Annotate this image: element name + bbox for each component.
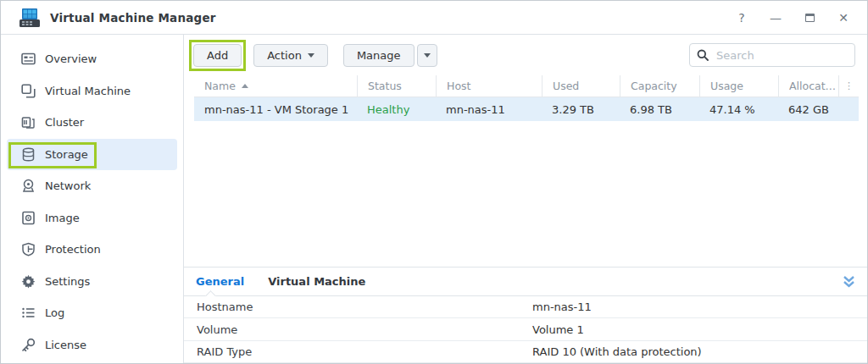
- detail-label: RAID Type: [197, 345, 532, 358]
- detail-value: RAID 10 (With data protection): [532, 345, 702, 358]
- storage-table: Name Status Host Used Capacity Usage All…: [194, 75, 859, 121]
- sidebar-item-log[interactable]: Log: [7, 297, 177, 329]
- table-empty-area: [184, 121, 867, 267]
- column-header-usage[interactable]: Usage: [699, 75, 778, 97]
- manage-dropdown-button[interactable]: [417, 44, 437, 67]
- column-header-name[interactable]: Name: [194, 75, 357, 97]
- close-icon[interactable]: ✕: [837, 11, 850, 25]
- column-header-used[interactable]: Used: [542, 75, 620, 97]
- sidebar-item-label: License: [45, 339, 86, 351]
- log-list-icon: [21, 306, 36, 320]
- add-annotation-box: Add: [189, 40, 246, 71]
- title-bar: Virtual Machine Manager ? — ✕: [1, 1, 867, 35]
- help-icon[interactable]: ?: [735, 11, 748, 25]
- detail-row-hostname: Hostname mn-nas-11: [184, 296, 867, 318]
- sidebar-item-label: Virtual Machine: [45, 85, 131, 97]
- table-row[interactable]: mn-nas-11 - VM Storage 1 Healthy mn-nas-…: [194, 97, 859, 121]
- detail-rows: Hostname mn-nas-11 Volume Volume 1 RAID …: [184, 296, 867, 363]
- detail-tab-bar: General Virtual Machine: [184, 267, 867, 296]
- app-title: Virtual Machine Manager: [50, 11, 216, 25]
- sort-ascending-icon: [242, 84, 248, 88]
- cell-status: Healthy: [357, 97, 436, 121]
- double-chevron-down-icon: [843, 275, 855, 289]
- sidebar-item-cluster[interactable]: Cluster: [7, 107, 177, 139]
- sidebar-item-overview[interactable]: Overview: [7, 43, 177, 75]
- search-box[interactable]: [689, 43, 855, 67]
- detail-row-raid-type: RAID Type RAID 10 (With data protection): [184, 341, 867, 363]
- table-header-row: Name Status Host Used Capacity Usage All…: [194, 75, 859, 97]
- sidebar: Overview Virtual Machine Cluster Storage…: [1, 35, 184, 363]
- vmm-window: Virtual Machine Manager ? — ✕ Overview V…: [0, 0, 868, 364]
- sidebar-item-settings[interactable]: Settings: [7, 266, 177, 298]
- column-header-capacity[interactable]: Capacity: [620, 75, 699, 97]
- virtual-machine-icon: [21, 84, 36, 98]
- toolbar: Add Action Manage: [184, 35, 867, 75]
- cell-used: 3.29 TB: [542, 97, 620, 121]
- image-icon: [21, 211, 36, 225]
- sidebar-item-label: Network: [45, 179, 91, 192]
- cell-usage: 47.14 %: [699, 97, 778, 121]
- cell-options: [838, 97, 859, 121]
- overview-icon: [21, 52, 36, 66]
- detail-value: mn-nas-11: [532, 301, 592, 313]
- chevron-down-icon: [308, 53, 314, 58]
- cluster-icon: [21, 115, 36, 130]
- content-area: Add Action Manage: [184, 35, 867, 363]
- sidebar-item-virtual-machine[interactable]: Virtual Machine: [7, 75, 177, 108]
- sidebar-item-label: Overview: [45, 52, 97, 65]
- search-icon: [697, 49, 709, 61]
- sidebar-item-protection[interactable]: Protection: [7, 234, 177, 266]
- sidebar-item-label: Settings: [45, 275, 90, 288]
- cell-capacity: 6.98 TB: [620, 97, 699, 121]
- sidebar-item-network[interactable]: Network: [7, 170, 177, 202]
- sidebar-item-image[interactable]: Image: [7, 202, 177, 234]
- protection-icon: [21, 242, 36, 256]
- collapse-panel-button[interactable]: [843, 275, 855, 289]
- maximize-icon[interactable]: [803, 11, 816, 25]
- tab-virtual-machine[interactable]: Virtual Machine: [268, 267, 365, 295]
- add-button[interactable]: Add: [193, 44, 242, 67]
- sidebar-item-label: Storage: [45, 148, 88, 161]
- cell-allocated: 642 GB: [778, 97, 838, 121]
- column-header-host[interactable]: Host: [436, 75, 542, 97]
- detail-label: Volume: [197, 323, 532, 336]
- detail-row-volume: Volume Volume 1: [184, 318, 867, 340]
- column-header-allocated[interactable]: Allocated...: [778, 75, 838, 97]
- cell-host: mn-nas-11: [436, 97, 542, 121]
- cell-name: mn-nas-11 - VM Storage 1: [194, 97, 357, 121]
- manage-button[interactable]: Manage: [343, 44, 415, 67]
- column-options-icon[interactable]: ⋮: [838, 75, 859, 97]
- tab-general[interactable]: General: [196, 267, 244, 295]
- license-key-icon: [21, 338, 36, 352]
- sidebar-item-license[interactable]: License: [7, 329, 177, 361]
- storage-icon: [21, 147, 36, 162]
- sidebar-item-storage[interactable]: Storage: [7, 139, 177, 171]
- column-header-status[interactable]: Status: [357, 75, 436, 97]
- network-icon: [21, 179, 36, 193]
- sidebar-item-label: Image: [45, 212, 80, 224]
- detail-value: Volume 1: [532, 323, 584, 336]
- action-button-label: Action: [267, 49, 302, 62]
- sidebar-item-label: Log: [45, 306, 64, 319]
- search-input[interactable]: [715, 48, 848, 63]
- detail-label: Hostname: [197, 301, 532, 313]
- vm-manager-app-icon: [19, 8, 40, 27]
- sidebar-item-label: Cluster: [45, 116, 84, 129]
- settings-gear-icon: [21, 274, 36, 289]
- sidebar-item-label: Protection: [45, 243, 101, 256]
- minimize-icon[interactable]: —: [769, 11, 782, 25]
- action-button[interactable]: Action: [253, 44, 328, 67]
- chevron-down-icon: [424, 53, 431, 58]
